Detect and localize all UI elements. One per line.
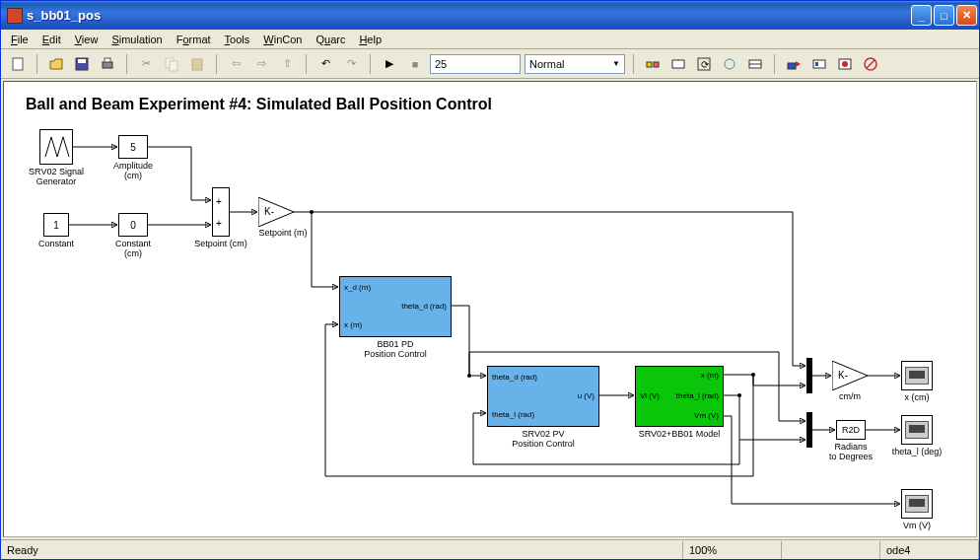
svg-rect-9 <box>654 62 659 67</box>
svg-point-32 <box>737 393 741 397</box>
block-mux1[interactable] <box>806 358 812 393</box>
block-mux2[interactable] <box>806 412 812 448</box>
svg-rect-7 <box>192 59 202 70</box>
svg-rect-16 <box>788 63 796 69</box>
sim-time-input[interactable] <box>430 54 521 74</box>
svg-rect-2 <box>78 59 86 63</box>
forward-button: ⇨ <box>250 53 272 75</box>
label-gain1: Setpoint (m) <box>248 229 317 239</box>
block-constant2[interactable]: 0 <box>118 213 148 237</box>
block-amplitude[interactable]: 5 <box>118 135 148 159</box>
block-scope-vm[interactable] <box>901 489 933 519</box>
status-solver: ode4 <box>880 541 979 559</box>
status-zoom: 100% <box>683 541 782 559</box>
block-srv02-pv[interactable]: theta_d (rad) theta_l (rad) u (V) <box>487 366 599 427</box>
save-button[interactable] <box>71 53 93 75</box>
toolbar-quarc2[interactable] <box>808 53 830 75</box>
block-scope-x[interactable] <box>901 361 933 390</box>
label-bb01: BB01 PDPosition Control <box>339 340 452 360</box>
window-title: s_bb01_pos <box>27 8 911 23</box>
back-button: ⇦ <box>225 53 246 75</box>
menu-wincon[interactable]: WinCon <box>257 32 308 47</box>
menu-quarc[interactable]: Quarc <box>310 32 351 47</box>
svg-rect-17 <box>813 60 825 68</box>
block-gain1[interactable]: K- <box>264 206 274 217</box>
label-srv02: SRV02 PVPosition Control <box>487 430 599 450</box>
menu-format[interactable]: Format <box>171 32 217 47</box>
svg-rect-0 <box>13 58 23 70</box>
svg-rect-6 <box>170 61 177 71</box>
svg-rect-8 <box>647 62 652 67</box>
copy-button <box>161 53 182 75</box>
block-bb01-pd[interactable]: x_d (m) x (m) theta_d (rad) <box>339 276 452 337</box>
menu-simulation[interactable]: Simulation <box>105 32 168 47</box>
up-button: ⇧ <box>276 53 298 75</box>
svg-rect-4 <box>105 58 110 62</box>
block-gain2[interactable]: K- <box>838 370 848 381</box>
menu-file[interactable]: File <box>5 32 35 47</box>
sim-mode-select[interactable]: Normal ▼ <box>525 54 625 74</box>
print-button[interactable] <box>97 53 118 75</box>
label-constant1: Constant <box>34 240 79 249</box>
statusbar: Ready 100% ode4 <box>1 539 979 559</box>
toolbar-extra2[interactable] <box>667 53 689 75</box>
cut-button: ✂ <box>135 53 157 75</box>
menu-view[interactable]: View <box>69 32 105 47</box>
toolbar-extra1[interactable] <box>642 53 664 75</box>
label-sum: Setpoint (cm) <box>181 240 260 249</box>
menu-help[interactable]: Help <box>353 32 387 47</box>
toolbar-extra5[interactable] <box>744 53 766 75</box>
block-sum[interactable]: + + <box>212 187 230 237</box>
label-r2d: Radiansto Degrees <box>822 443 879 462</box>
toolbar-quarc4[interactable] <box>860 53 881 75</box>
toolbar-extra4[interactable] <box>719 53 740 75</box>
stop-button: ■ <box>404 53 426 75</box>
wires <box>4 82 976 536</box>
block-signal-generator[interactable] <box>39 129 73 165</box>
menu-tools[interactable]: Tools <box>219 32 256 47</box>
sim-mode-label: Normal <box>529 58 564 70</box>
block-constant1[interactable]: 1 <box>43 213 69 237</box>
block-scope-theta[interactable] <box>901 415 933 445</box>
maximize-button[interactable]: □ <box>934 5 954 26</box>
open-button[interactable] <box>45 53 67 75</box>
app-window: s_bb01_pos _ □ ✕ File Edit View Simulati… <box>0 0 980 560</box>
label-gain2: cm/m <box>830 392 870 402</box>
svg-rect-10 <box>672 60 684 68</box>
menu-edit[interactable]: Edit <box>36 32 67 47</box>
svg-rect-18 <box>815 62 818 66</box>
chevron-down-icon: ▼ <box>612 59 620 68</box>
label-scope-theta: theta_l (deg) <box>887 448 946 457</box>
svg-point-29 <box>310 210 314 214</box>
paste-button <box>186 53 208 75</box>
label-model: SRV02+BB01 Model <box>627 430 732 440</box>
svg-point-31 <box>751 373 755 377</box>
svg-line-22 <box>867 60 875 68</box>
undo-button[interactable]: ↶ <box>315 53 336 75</box>
label-signal-generator: SRV02 SignalGenerator <box>15 168 98 187</box>
block-model[interactable]: Vl (V) x (m) theta_l (rad) Vm (V) <box>635 366 724 427</box>
status-blank <box>782 541 880 559</box>
toolbar-quarc1[interactable] <box>783 53 805 75</box>
label-amplitude: Amplitude(cm) <box>108 162 158 181</box>
titlebar[interactable]: s_bb01_pos _ □ ✕ <box>1 1 979 30</box>
label-scope-vm: Vm (V) <box>897 522 937 531</box>
svg-rect-3 <box>103 62 112 68</box>
menubar: File Edit View Simulation Format Tools W… <box>1 30 979 49</box>
close-button[interactable]: ✕ <box>956 5 977 26</box>
redo-button: ↷ <box>340 53 362 75</box>
model-canvas[interactable]: Ball and Beam Experiment #4: Simulated B… <box>3 81 977 537</box>
new-button[interactable] <box>7 53 29 75</box>
toolbar-quarc3[interactable] <box>834 53 856 75</box>
app-icon <box>7 8 23 24</box>
label-scope-x: x (cm) <box>895 393 939 403</box>
svg-point-13 <box>725 59 735 69</box>
toolbar-extra3[interactable]: ⟳ <box>693 53 715 75</box>
svg-point-20 <box>842 61 848 67</box>
minimize-button[interactable]: _ <box>911 5 932 26</box>
diagram-title: Ball and Beam Experiment #4: Simulated B… <box>26 96 492 113</box>
block-r2d[interactable]: R2D <box>836 420 866 440</box>
run-button[interactable]: ▶ <box>379 53 400 75</box>
status-ready: Ready <box>1 541 683 559</box>
toolbar: ✂ ⇦ ⇨ ⇧ ↶ ↷ ▶ ■ Normal ▼ ⟳ <box>1 49 979 79</box>
